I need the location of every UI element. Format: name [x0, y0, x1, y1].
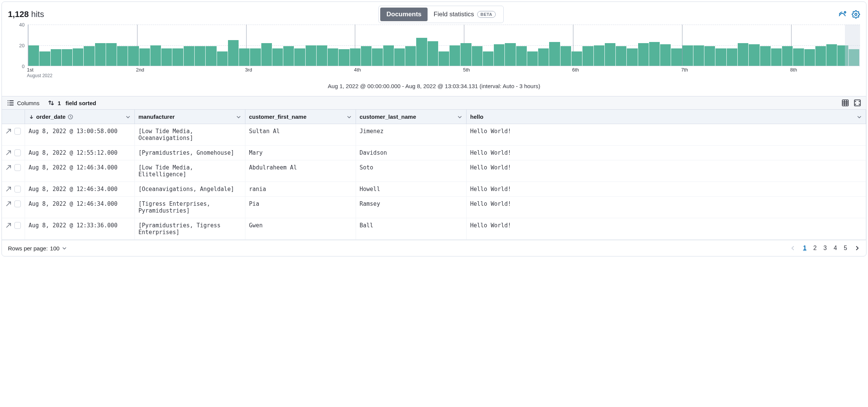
- row-checkbox[interactable]: [14, 149, 21, 156]
- expand-icon[interactable]: [6, 201, 11, 207]
- page-2[interactable]: 2: [813, 245, 816, 252]
- histogram-bar[interactable]: [616, 46, 626, 66]
- histogram-bar[interactable]: [239, 48, 250, 66]
- density-icon[interactable]: [842, 99, 849, 106]
- histogram-bar[interactable]: [649, 42, 660, 66]
- histogram-bar[interactable]: [594, 45, 604, 66]
- histogram-bar[interactable]: [39, 51, 50, 66]
- histogram-bar[interactable]: [638, 43, 649, 66]
- page-4[interactable]: 4: [834, 245, 837, 252]
- histogram-bar[interactable]: [172, 48, 183, 66]
- histogram-bar[interactable]: [217, 51, 228, 66]
- histogram-bar[interactable]: [538, 48, 549, 66]
- page-1[interactable]: 1: [803, 245, 806, 252]
- expand-icon[interactable]: [6, 128, 11, 134]
- expand-icon[interactable]: [6, 222, 11, 228]
- histogram-bar[interactable]: [715, 48, 726, 66]
- histogram-bar[interactable]: [150, 45, 161, 66]
- histogram-bar[interactable]: [450, 45, 460, 66]
- chevron-down-icon[interactable]: [236, 114, 241, 120]
- histogram-bar[interactable]: [416, 38, 427, 66]
- chevron-down-icon[interactable]: [857, 114, 862, 120]
- column-header-customer_last_name[interactable]: customer_last_name: [356, 110, 466, 124]
- histogram-bar[interactable]: [339, 49, 349, 66]
- histogram-bar[interactable]: [106, 43, 117, 66]
- histogram-bar[interactable]: [693, 45, 704, 66]
- histogram-bar[interactable]: [73, 48, 83, 66]
- fullscreen-icon[interactable]: [854, 99, 861, 106]
- histogram-bar[interactable]: [804, 49, 815, 66]
- expand-icon[interactable]: [6, 186, 11, 192]
- histogram-bar[interactable]: [51, 49, 61, 66]
- histogram-bar[interactable]: [771, 48, 782, 66]
- histogram-bar[interactable]: [117, 46, 128, 66]
- expand-icon[interactable]: [6, 150, 11, 156]
- histogram-bar[interactable]: [527, 51, 538, 66]
- histogram-bar[interactable]: [294, 48, 305, 66]
- histogram-bar[interactable]: [261, 43, 272, 66]
- histogram-bar[interactable]: [582, 46, 593, 66]
- histogram-bar[interactable]: [394, 48, 405, 66]
- histogram-bar[interactable]: [161, 48, 172, 66]
- histogram-bar[interactable]: [605, 43, 615, 66]
- histogram-bar[interactable]: [549, 42, 560, 66]
- columns-button[interactable]: Columns: [7, 99, 39, 106]
- histogram-bar[interactable]: [704, 46, 715, 66]
- histogram-bar[interactable]: [505, 43, 515, 66]
- histogram-bar[interactable]: [682, 45, 693, 66]
- chart-options-icon[interactable]: [838, 10, 846, 19]
- histogram-bar[interactable]: [195, 46, 205, 66]
- histogram-bar[interactable]: [671, 48, 682, 66]
- column-header-manufacturer[interactable]: manufacturer: [134, 110, 245, 124]
- histogram-bar[interactable]: [84, 46, 94, 66]
- histogram-bar[interactable]: [283, 46, 294, 66]
- histogram-bar[interactable]: [461, 43, 471, 66]
- histogram-bar[interactable]: [660, 44, 671, 66]
- histogram-bar[interactable]: [184, 46, 194, 66]
- histogram-bar[interactable]: [760, 46, 771, 66]
- chevron-down-icon[interactable]: [347, 114, 352, 120]
- histogram-bar[interactable]: [228, 40, 239, 66]
- tab-documents[interactable]: Documents: [380, 8, 428, 21]
- histogram-bar[interactable]: [782, 46, 793, 66]
- histogram-bar[interactable]: [826, 44, 837, 66]
- histogram-bar[interactable]: [483, 51, 493, 66]
- histogram-bar[interactable]: [306, 45, 316, 66]
- histogram-bar[interactable]: [428, 41, 438, 66]
- histogram-bar[interactable]: [749, 44, 759, 66]
- histogram-bar[interactable]: [405, 46, 416, 66]
- histogram-bar[interactable]: [250, 48, 261, 66]
- histogram-bar[interactable]: [472, 46, 482, 66]
- histogram-bar[interactable]: [793, 48, 804, 66]
- histogram-bar[interactable]: [317, 45, 327, 66]
- chevron-down-icon[interactable]: [125, 114, 131, 120]
- histogram-bar[interactable]: [383, 45, 394, 66]
- column-header-customer_first_name[interactable]: customer_first_name: [245, 110, 356, 124]
- row-checkbox[interactable]: [14, 128, 21, 135]
- histogram-bar[interactable]: [815, 46, 826, 66]
- prev-page-icon[interactable]: [790, 245, 796, 251]
- sort-button[interactable]: 1 field sorted: [48, 99, 96, 106]
- next-page-icon[interactable]: [854, 245, 860, 251]
- histogram-bar[interactable]: [738, 43, 748, 66]
- histogram-bar[interactable]: [350, 48, 361, 66]
- histogram-bar[interactable]: [328, 48, 338, 66]
- rows-per-page[interactable]: Rows per page: 100: [8, 245, 67, 252]
- histogram-bar[interactable]: [494, 44, 504, 66]
- histogram-bar[interactable]: [560, 46, 571, 66]
- row-checkbox[interactable]: [14, 164, 21, 171]
- histogram-bar[interactable]: [95, 43, 106, 66]
- column-header-order_date[interactable]: order_date: [25, 110, 134, 124]
- histogram-bar[interactable]: [62, 49, 72, 66]
- settings-icon[interactable]: [852, 10, 860, 19]
- chevron-down-icon[interactable]: [457, 114, 462, 120]
- expand-icon[interactable]: [6, 165, 11, 171]
- histogram-bar[interactable]: [128, 46, 139, 66]
- row-checkbox[interactable]: [14, 222, 21, 229]
- row-checkbox[interactable]: [14, 186, 21, 193]
- histogram-bar[interactable]: [272, 48, 283, 66]
- page-5[interactable]: 5: [844, 245, 847, 252]
- tab-field-statistics[interactable]: Field statistics BETA: [428, 8, 502, 21]
- column-header-hello[interactable]: hello: [466, 110, 866, 124]
- row-checkbox[interactable]: [14, 200, 21, 207]
